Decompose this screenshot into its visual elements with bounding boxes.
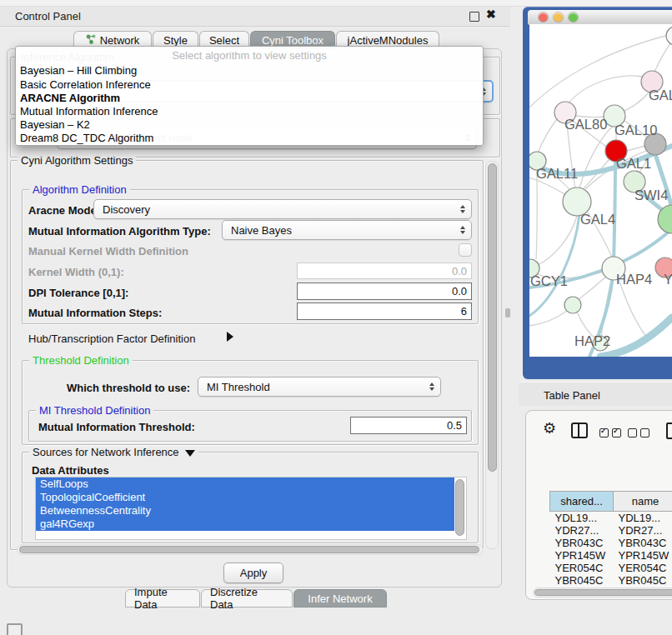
panel-divider-grip[interactable]: [505, 308, 510, 318]
close-traffic-light-icon[interactable]: [539, 12, 548, 22]
node-label: GAL7: [649, 88, 672, 102]
kernel-width-field[interactable]: 0.0: [297, 262, 472, 279]
network-graph: GAL7 GAL80 GAL10 GAL1 GAL11 SWI4 GAL4 HA…: [529, 24, 672, 357]
which-threshold-value: MI Threshold: [207, 381, 270, 393]
node-attribute-table[interactable]: shared... name YDL19...YDL19...13 YDR27.…: [549, 491, 672, 586]
minimize-traffic-light-icon[interactable]: [554, 12, 563, 22]
manual-kernel-checkbox[interactable]: [459, 243, 472, 257]
menu-item-bayesian-k2[interactable]: Bayesian – K2: [20, 118, 90, 131]
screen: Control Panel ✖ Network Style Select Cyn…: [0, 0, 672, 635]
mi-threshold-value: 0.5: [447, 419, 462, 432]
list-item[interactable]: BetweennessCentrality: [36, 504, 454, 518]
table-icon[interactable]: [666, 422, 672, 439]
node-label: GAL11: [536, 166, 578, 181]
settings-horizontal-scrollbar[interactable]: [17, 544, 484, 555]
table-horizontal-scrollbar[interactable]: [533, 588, 672, 598]
column-header-shared[interactable]: shared...: [550, 492, 614, 512]
algorithm-dropdown-popup: Select algorithm to view settings Bayesi…: [15, 46, 484, 146]
mi-threshold-field[interactable]: 0.5: [350, 417, 467, 434]
scrollbar-thumb[interactable]: [534, 589, 672, 596]
expanded-arrow-icon[interactable]: [185, 450, 195, 457]
kernel-width-value: 0.0: [452, 265, 467, 278]
dpi-tolerance-label: DPI Tolerance [0,1]:: [28, 287, 128, 299]
table-header-row[interactable]: shared... name: [550, 492, 672, 512]
tab-infer-network[interactable]: Infer Network: [293, 589, 387, 608]
which-threshold-combobox[interactable]: MI Threshold: [198, 377, 441, 397]
settings-vertical-scrollbar[interactable]: [485, 161, 499, 549]
which-threshold-label: Which threshold to use:: [67, 382, 190, 394]
minimized-panel-icon[interactable]: [7, 623, 23, 635]
menu-item-mutual-information[interactable]: Mutual Information Inference: [20, 105, 158, 118]
control-panel-title: Control Panel: [15, 10, 81, 22]
aracne-mode-combobox[interactable]: Discovery: [93, 199, 472, 219]
tab-discretize-data[interactable]: Discretize Data: [201, 589, 293, 608]
aracne-mode-value: Discovery: [103, 203, 150, 216]
tab-jactivemnodules-label: jActiveMNodules: [348, 34, 429, 47]
data-attributes-list[interactable]: SelfLoops TopologicalCoefficient Between…: [35, 477, 467, 540]
deselect-all-icon[interactable]: [628, 426, 649, 441]
gear-icon[interactable]: ⚙: [543, 419, 556, 438]
dpi-tolerance-field[interactable]: 0.0: [297, 282, 472, 300]
mi-steps-value: 6: [461, 305, 467, 318]
table-row[interactable]: YBR043CYBR043C: [550, 537, 672, 549]
node-hap2[interactable]: [564, 297, 581, 313]
table-row[interactable]: YPR145WYPR145W9.: [550, 549, 672, 562]
node-partial-top[interactable]: [666, 27, 672, 45]
tab-impute-data[interactable]: Impute Data: [125, 589, 200, 608]
apply-button-label: Apply: [240, 567, 268, 579]
menu-item-bayesian-hill-climbing[interactable]: Bayesian – Hill Climbing: [20, 64, 137, 77]
hub-definition-toggle[interactable]: Hub/Transcription Factor Definition: [28, 332, 195, 345]
network-canvas[interactable]: GAL7 GAL80 GAL10 GAL1 GAL11 SWI4 GAL4 HA…: [529, 24, 672, 357]
mi-threshold-label: Mutual Information Threshold:: [38, 421, 195, 433]
table-row[interactable]: YDL19...YDL19...13: [550, 512, 672, 525]
table-clip: shared... name YDL19...YDL19...13 YDR27.…: [538, 451, 672, 586]
cyni-algorithm-settings-title: Cyni Algorithm Settings: [18, 154, 136, 167]
control-panel-titlebar: Control Panel: [0, 7, 510, 27]
node-label: HAP2: [574, 333, 610, 348]
tab-select-label: Select: [209, 34, 239, 47]
node-label: Y: [664, 272, 672, 287]
column-header-name[interactable]: name: [614, 492, 672, 512]
collapsed-arrow-icon[interactable]: [227, 332, 233, 342]
list-vertical-scrollbar[interactable]: [455, 479, 464, 536]
top-strip: [0, 0, 672, 7]
tab-cyni-toolbox-label: Cyni Toolbox: [262, 34, 323, 47]
table-row[interactable]: YER054CYER054C8.: [550, 562, 672, 574]
select-all-icon[interactable]: [599, 426, 621, 441]
close-icon[interactable]: ✖: [486, 8, 496, 21]
table-row[interactable]: YDR27...YDR27...12: [550, 524, 672, 537]
network-window-titlebar[interactable]: [528, 10, 672, 25]
tab-style-label: Style: [163, 34, 188, 47]
float-panel-icon[interactable]: [469, 12, 479, 22]
tab-impute-data-label: Impute Data: [134, 586, 191, 611]
node-label: HAP4: [616, 272, 652, 287]
table-panel-titlebar: Table Panel: [519, 382, 672, 406]
split-columns-icon[interactable]: [571, 422, 588, 438]
list-item[interactable]: TopologicalCoefficient: [36, 491, 454, 504]
list-item[interactable]: SelfLoops: [36, 478, 454, 491]
table-panel-title: Table Panel: [544, 389, 600, 402]
combo-arrows-icon: [460, 205, 465, 213]
scrollbar-thumb[interactable]: [488, 163, 497, 472]
table-row[interactable]: YBR045CYBR045C9.: [550, 574, 672, 586]
mi-type-combobox[interactable]: Naive Bayes: [222, 220, 472, 240]
network-icon: [86, 34, 96, 47]
zoom-traffic-light-icon[interactable]: [569, 12, 578, 22]
menu-item-aracne[interactable]: ARACNE Algorithm: [20, 92, 120, 104]
combo-arrows-icon: [429, 382, 434, 391]
node-label: GCY1: [530, 273, 568, 288]
mi-steps-label: Mutual Information Steps:: [28, 307, 162, 319]
mi-steps-field[interactable]: 6: [297, 302, 472, 320]
node-label: GAL80: [564, 117, 607, 132]
apply-button[interactable]: Apply: [223, 562, 283, 583]
list-item[interactable]: gal4RGexp: [36, 518, 454, 531]
popup-placeholder: Select algorithm to view settings: [16, 49, 483, 62]
sources-title-text: Sources for Network Inference: [33, 446, 179, 458]
mi-threshold-group-title: MI Threshold Definition: [36, 404, 153, 417]
tab-discretize-data-label: Discretize Data: [210, 586, 283, 611]
scrollbar-thumb[interactable]: [19, 546, 479, 553]
menu-item-dream8[interactable]: Dream8 DC_TDC Algorithm: [20, 132, 153, 144]
sources-group-title: Sources for Network Inference: [29, 446, 198, 458]
node-label: GAL10: [614, 122, 657, 138]
menu-item-basic-correlation[interactable]: Basic Correlation Inference: [20, 78, 151, 91]
